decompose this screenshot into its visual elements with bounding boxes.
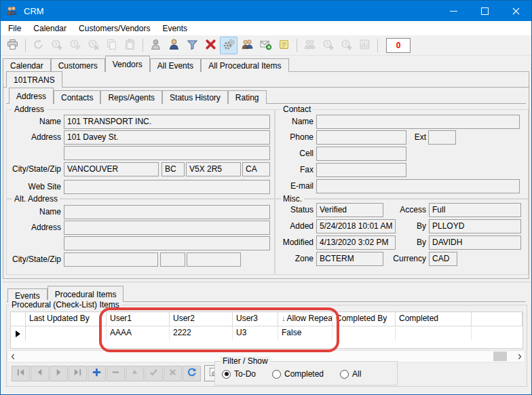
grid-cell-user3[interactable]: U3 [233,326,278,341]
toolbar-link-contacts-button[interactable] [238,37,256,54]
splitter[interactable] [3,282,531,282]
access-field[interactable]: Full [429,203,521,217]
menu-bar: FileCalendarCustomers/VendorsEvents [1,21,531,35]
grid-column-header-completed-by[interactable]: Completed By [332,312,396,326]
detail-tab-rating[interactable]: Rating [228,90,267,104]
grid-cell-user2[interactable]: 2222 [170,326,233,341]
scroll-left-button[interactable] [7,351,18,362]
website-field[interactable] [64,180,270,194]
menu-calendar[interactable]: Calendar [27,22,73,35]
toolbar-add-recurring-event-button[interactable] [337,37,355,54]
toolbar-add-event-button[interactable] [48,37,65,54]
grid-cell-last-updated-by[interactable] [26,326,107,341]
toolbar-edit-event-button[interactable] [66,37,83,54]
toolbar-settings-button[interactable] [220,37,238,54]
nav-delete-button[interactable] [107,366,125,381]
tab-customers[interactable]: Customers [51,58,105,72]
fax-field[interactable] [316,163,406,177]
grid-cell-completed-by[interactable] [332,326,396,341]
grid-column-header-user1[interactable]: User1 [107,312,170,326]
email-field[interactable] [316,179,520,193]
grid-column-header-allow-repeat[interactable]: ↓Allow Repeat [278,312,332,326]
nav-first-button[interactable] [12,366,30,381]
toolbar-send-email-button[interactable] [256,37,274,54]
cell-field[interactable] [316,147,406,161]
city-field[interactable]: VANCOUVER [64,162,159,176]
grid-row-selector[interactable] [11,326,26,341]
grid-column-header-last-updated-by[interactable]: Last Updated By [26,312,107,326]
tab-all-procedural-items[interactable]: All Procedural Items [201,58,288,72]
toolbar-report-button[interactable] [356,37,373,54]
grid-cell-completed[interactable] [396,326,472,341]
detail-tab-address[interactable]: Address [9,88,54,104]
menu-events[interactable]: Events [156,22,193,35]
toolbar-notes-button[interactable] [275,37,292,54]
grid-selector-header[interactable] [11,312,26,326]
toolbar-filter-button[interactable] [183,37,201,54]
toolbar: 0 [1,35,531,56]
state-field[interactable]: BC [162,162,185,176]
scrollbar-thumb[interactable] [493,352,507,361]
procedural-items-legend: Procedural (Check-List) Items [10,300,121,309]
menu-file[interactable]: File [2,22,27,35]
country-field[interactable]: CA [242,162,270,176]
tab-calendar[interactable]: Calendar [3,58,51,72]
currency-field[interactable]: CAD [429,252,457,266]
modified-by-field[interactable]: DAVIDH [429,236,521,250]
grid-cell-allow-repeat[interactable]: False [278,326,332,341]
zip-field[interactable]: V5X 2R5 [186,162,241,176]
toolbar-paste-button[interactable] [121,37,138,54]
nav-cancel-button[interactable] [164,366,182,381]
phone-field[interactable] [316,130,406,145]
nav-last-button[interactable] [69,366,87,381]
nav-post-button[interactable] [145,366,163,381]
toolbar-open-contact-button[interactable] [165,37,183,54]
toolbar-add-group-event-button[interactable] [319,37,337,54]
filter-radio-to-do[interactable]: To-Do [222,369,256,379]
detail-tab-reps-agents[interactable]: Reps/Agents [100,90,162,104]
alt-address-line2-field[interactable] [64,236,270,250]
grid-column-header-user2[interactable]: User2 [170,312,233,326]
zone-field[interactable]: BCTERM [316,252,383,266]
tab-vendors[interactable]: Vendors [105,56,150,72]
minimize-button[interactable] [438,1,469,21]
scroll-right-button[interactable] [514,351,525,362]
added-by-field[interactable]: PLLOYD [429,219,521,233]
nav-add-button[interactable] [88,366,106,381]
close-button[interactable] [500,1,531,21]
grid-data-row[interactable]: AAAA2222U3False [11,326,522,341]
toolbar-view-contact-button[interactable] [147,37,164,54]
alt-city-field[interactable] [64,252,158,267]
grid-column-header-completed[interactable]: Completed [396,312,472,326]
nav-refresh-button[interactable] [183,366,201,381]
filter-radio-completed[interactable]: Completed [272,369,324,379]
toolbar-group-contacts-button[interactable] [301,37,318,54]
alt-name-field[interactable] [64,205,270,219]
alt-address-line1-field[interactable] [64,221,270,235]
alt-state-field[interactable] [160,252,185,267]
alt-zip-field[interactable] [187,252,241,267]
detail-tab-status-history[interactable]: Status History [162,90,228,104]
status-field[interactable]: Verified [316,203,383,217]
address-line1-field[interactable]: 101 Davey St. [64,130,270,145]
grid-column-header-user3[interactable]: User3 [233,312,278,326]
detail-tab-contacts[interactable]: Contacts [54,90,100,104]
contact-name-field[interactable] [316,115,520,129]
toolbar-delete-event-button[interactable] [84,37,102,54]
grid-cell-user1[interactable]: AAAA [107,326,170,341]
record-tab-101trans[interactable]: 101TRANS [6,71,62,88]
toolbar-copy-button[interactable] [102,37,120,54]
toolbar-undo-event-button[interactable] [29,37,47,54]
menu-customers-vendors[interactable]: Customers/Vendors [73,22,156,35]
address-line2-field[interactable] [64,146,270,160]
toolbar-delete-button[interactable] [202,37,219,54]
ext-field[interactable] [428,130,456,145]
address-name-field[interactable]: 101 TRANSPORT INC. [64,115,270,129]
tab-all-events[interactable]: All Events [150,58,201,72]
nav-move-up-button[interactable] [126,366,144,381]
toolbar-print-button[interactable] [3,37,21,54]
nav-next-button[interactable] [50,366,68,381]
nav-prev-button[interactable] [31,366,49,381]
filter-radio-all[interactable]: All [340,369,361,379]
maximize-button[interactable] [469,1,500,21]
